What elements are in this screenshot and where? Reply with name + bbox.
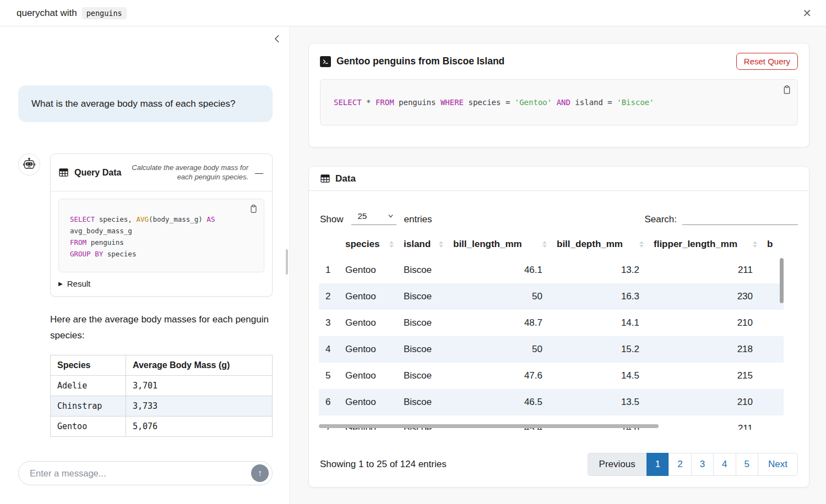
page-size-value: 25: [358, 211, 367, 221]
summary-row: Gentoo 5,076: [51, 417, 273, 437]
tool-call-card: Query Data Calculate the average body ma…: [50, 154, 273, 297]
column-header-species[interactable]: species: [341, 234, 399, 257]
table-row: 5 Gentoo Biscoe 47.6 14.5 215: [319, 363, 784, 389]
topbar: querychat with penguins ✕: [0, 0, 826, 26]
close-icon[interactable]: ✕: [802, 8, 812, 19]
message-composer: ↑: [18, 461, 273, 485]
pagination-page-3[interactable]: 3: [691, 453, 714, 476]
chevron-down-icon: [387, 212, 394, 220]
data-table-scroll-area: 1 Gentoo Biscoe 46.1 13.2 211 2 Gentoo: [319, 257, 784, 430]
search-input[interactable]: [682, 212, 798, 225]
data-card: Data Show 25 entries Search:: [308, 166, 809, 487]
page-size-select[interactable]: 25: [351, 211, 396, 225]
sort-icon: [389, 241, 394, 248]
column-header-flipper-length[interactable]: flipper_length_mm: [649, 234, 763, 257]
column-header-bill-depth[interactable]: bill_depth_mm: [552, 234, 649, 257]
table-row: 2 Gentoo Biscoe 50 16.3 230: [319, 283, 784, 310]
chat-sidebar: What is the average body mass of each sp…: [0, 26, 290, 504]
app-title-text: querychat with: [17, 8, 77, 19]
sort-icon: [753, 241, 757, 248]
table-controls: Show 25 entries Search:: [320, 204, 798, 225]
query-title: Gentoo penguins from Biscoe Island: [336, 56, 504, 67]
data-card-title: Data: [335, 173, 356, 184]
summary-row: Chinstrap 3,733: [51, 396, 273, 417]
chevron-left-icon: [273, 34, 282, 43]
message-input[interactable]: [30, 468, 251, 479]
sort-icon: [542, 241, 547, 248]
sort-icon: [439, 241, 443, 248]
table-row: 6 Gentoo Biscoe 46.5 13.5 210: [319, 389, 784, 415]
summary-row: Adelie 3,701: [51, 376, 273, 396]
sidebar-collapse-button[interactable]: [273, 34, 282, 45]
sidebar-resize-handle[interactable]: [286, 249, 288, 275]
entries-info: Showing 1 to 25 of 124 entries: [320, 459, 447, 470]
pagination: Previous 1 2 3 4 5 Next: [588, 453, 798, 476]
pagination-page-2[interactable]: 2: [669, 453, 691, 476]
terminal-icon: [320, 56, 331, 67]
query-card-header: Gentoo penguins from Biscoe Island Reset…: [309, 43, 809, 77]
tool-card-body: SELECT species, AVG(body_mass_g) AS avg_…: [51, 191, 272, 296]
result-toggle-label: Result: [67, 279, 91, 288]
data-card-header: Data: [309, 167, 809, 191]
table-row: 4 Gentoo Biscoe 50 15.2 218: [319, 336, 784, 363]
summary-col-species: Species: [51, 355, 126, 376]
page-length-control: Show 25 entries: [320, 211, 432, 225]
summary-table: Species Average Body Mass (g) Adelie 3,7…: [50, 355, 273, 437]
table-footer: Showing 1 to 25 of 124 entries Previous …: [320, 453, 798, 476]
reset-query-button[interactable]: Reset Query: [736, 53, 798, 70]
assistant-avatar: [18, 154, 40, 176]
tool-card-description: Calculate the average body mass for each…: [127, 163, 248, 182]
minimize-icon[interactable]: —: [254, 168, 264, 177]
user-message: What is the average body mass of each sp…: [18, 85, 273, 122]
table-row: 3 Gentoo Biscoe 48.7 14.1 210: [319, 310, 784, 336]
copy-icon[interactable]: [249, 204, 258, 215]
column-header-rownum: [319, 234, 341, 257]
sort-icon: [639, 241, 644, 248]
column-header-island[interactable]: island: [399, 234, 449, 257]
arrow-up-icon: ↑: [258, 468, 262, 478]
column-header-bill-length[interactable]: bill_length_mm: [449, 234, 552, 257]
tool-card-title: Query Data: [74, 168, 121, 178]
column-header-body-mass-truncated[interactable]: b: [763, 234, 784, 257]
search-label: Search:: [644, 214, 677, 225]
robot-icon: [22, 157, 36, 172]
table-icon: [58, 167, 69, 178]
query-card: Gentoo penguins from Biscoe Island Reset…: [308, 43, 809, 147]
tool-card-header: Query Data Calculate the average body ma…: [51, 154, 272, 191]
data-table-body: 1 Gentoo Biscoe 46.1 13.2 211 2 Gentoo: [319, 257, 784, 430]
vertical-scrollbar[interactable]: [780, 258, 784, 303]
sql-code-block-large: SELECT * FROM penguins WHERE species = '…: [320, 79, 798, 125]
sql-query-text: SELECT * FROM penguins WHERE species = '…: [334, 98, 654, 107]
data-table-header: species island bill_length_mm bill_depth…: [319, 234, 784, 257]
data-table: species island bill_length_mm bill_depth…: [319, 234, 799, 430]
pagination-previous[interactable]: Previous: [588, 453, 647, 476]
table-icon: [320, 173, 330, 184]
result-toggle[interactable]: ▶ Result: [58, 279, 264, 288]
table-row: 1 Gentoo Biscoe 46.1 13.2 211: [319, 257, 784, 283]
copy-icon[interactable]: [782, 85, 792, 96]
app-window: querychat with penguins ✕ What is the av…: [0, 0, 826, 504]
app-title: querychat with penguins: [17, 7, 127, 19]
horizontal-scrollbar[interactable]: [319, 424, 659, 428]
tool-card-title-group: Query Data: [58, 167, 121, 178]
summary-col-mass: Average Body Mass (g): [126, 355, 273, 376]
dataset-badge: penguins: [82, 7, 127, 19]
main-panel: Gentoo penguins from Biscoe Island Reset…: [291, 26, 826, 504]
sql-code-block-small: SELECT species, AVG(body_mass_g) AS avg_…: [58, 199, 264, 272]
triangle-right-icon: ▶: [58, 281, 63, 287]
query-title-group: Gentoo penguins from Biscoe Island: [320, 56, 736, 67]
send-button[interactable]: ↑: [251, 464, 269, 482]
pagination-page-4[interactable]: 4: [713, 453, 736, 476]
pagination-next[interactable]: Next: [758, 453, 798, 476]
search-control: Search:: [644, 212, 798, 225]
entries-label: entries: [404, 214, 432, 225]
pagination-page-1[interactable]: 1: [646, 453, 669, 476]
pagination-page-5[interactable]: 5: [736, 453, 758, 476]
assistant-message: Here are the average body masses for eac…: [50, 312, 276, 344]
show-label: Show: [320, 214, 344, 225]
